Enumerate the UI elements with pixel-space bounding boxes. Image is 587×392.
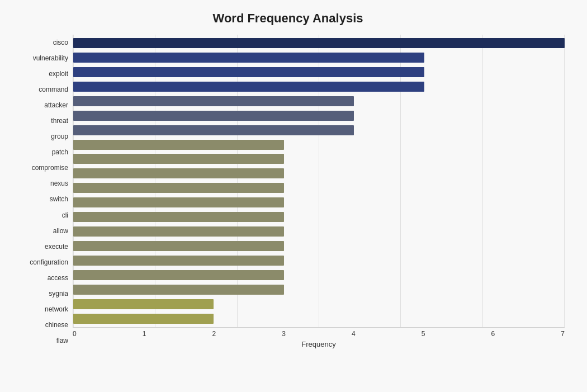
bars-container	[73, 35, 565, 327]
bar-row	[73, 51, 565, 64]
bar-row	[73, 81, 565, 93]
chart-title: Word Frequency Analysis	[11, 11, 565, 26]
x-bottom: 01234567 Frequency	[73, 328, 565, 348]
y-label: threat	[51, 117, 68, 124]
y-label: flaw	[56, 337, 68, 344]
x-axis-tick-label: 5	[422, 330, 425, 338]
y-label: switch	[50, 196, 68, 202]
bar	[73, 140, 284, 150]
bar-row	[73, 298, 565, 310]
bar-row	[73, 37, 565, 49]
x-axis-tick-label: 2	[212, 330, 216, 338]
bar	[73, 299, 214, 309]
grid-area	[73, 35, 565, 328]
y-label: patch	[52, 149, 68, 155]
y-label: allow	[53, 228, 68, 234]
y-label: sygnia	[49, 290, 68, 297]
y-label: attacker	[44, 102, 68, 108]
bar-row	[73, 313, 565, 325]
chart-area: ciscovulnerabilityexploitcommandattacker…	[11, 35, 565, 348]
y-label: vulnerability	[33, 55, 68, 62]
x-axis-tick-label: 0	[73, 330, 77, 338]
bar	[73, 183, 284, 193]
y-label: cli	[62, 212, 68, 219]
y-label: cisco	[53, 39, 68, 46]
x-axis-tick-label: 3	[282, 330, 286, 338]
x-axis-tick-label: 6	[491, 330, 495, 338]
bar	[73, 96, 354, 106]
x-axis-tick-label: 1	[143, 330, 146, 338]
bar-row	[73, 124, 565, 136]
y-label: configuration	[30, 259, 68, 266]
bar-row	[73, 269, 565, 281]
bar-row	[73, 196, 565, 209]
bar	[73, 53, 424, 63]
bar	[73, 38, 565, 48]
bar-row	[73, 139, 565, 151]
bar-row	[73, 95, 565, 107]
bar-row	[73, 110, 565, 122]
bar	[73, 168, 284, 178]
chart-container: Word Frequency Analysis ciscovulnerabili…	[0, 0, 587, 392]
bar	[73, 82, 424, 92]
y-label: group	[51, 133, 68, 140]
bar	[73, 241, 284, 251]
bar	[73, 256, 284, 266]
bar-row	[73, 211, 565, 223]
bar	[73, 67, 424, 77]
bars-and-grid: 01234567 Frequency	[73, 35, 565, 348]
bar-row	[73, 167, 565, 180]
bar-row	[73, 284, 565, 296]
x-axis-tick-label: 4	[352, 330, 356, 338]
bar	[73, 125, 354, 135]
y-labels: ciscovulnerabilityexploitcommandattacker…	[11, 35, 73, 348]
bar	[73, 212, 284, 222]
bar	[73, 226, 284, 237]
y-label: access	[48, 275, 68, 281]
bar	[73, 111, 354, 121]
bar-row	[73, 225, 565, 238]
bar-row	[73, 254, 565, 267]
x-axis-tick-label: 7	[561, 330, 565, 338]
bar	[73, 197, 284, 207]
y-label: nexus	[50, 180, 68, 187]
bar	[73, 154, 284, 164]
bar-row	[73, 153, 565, 165]
bar-row	[73, 66, 565, 78]
y-label: execute	[45, 243, 68, 250]
bar	[73, 314, 214, 324]
x-axis-title: Frequency	[73, 340, 565, 348]
bar-row	[73, 240, 565, 252]
bar	[73, 270, 284, 280]
y-label: compromise	[32, 164, 68, 171]
y-label: command	[39, 86, 68, 93]
y-label: exploit	[49, 70, 68, 77]
y-label: network	[45, 306, 68, 313]
bar-row	[73, 182, 565, 194]
y-label: chinese	[45, 322, 68, 328]
x-axis-labels: 01234567	[73, 330, 565, 338]
bar	[73, 285, 284, 295]
